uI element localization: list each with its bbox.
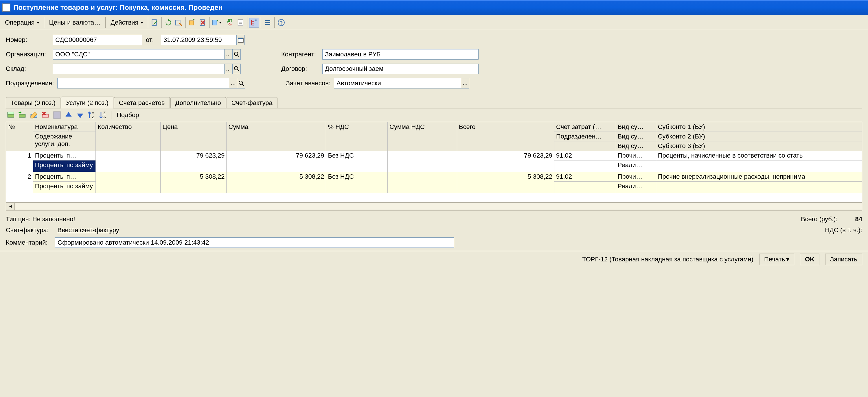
enter-invoice-link[interactable]: Ввести счет-фактуру xyxy=(57,226,119,234)
sort-asc-icon[interactable]: AZ xyxy=(87,110,97,120)
list-icon[interactable] xyxy=(263,18,273,28)
move-down-icon[interactable] xyxy=(75,110,85,120)
dept-input[interactable] xyxy=(57,78,229,89)
cell-vid2[interactable]: Реали… xyxy=(616,181,656,191)
col-nomenclature[interactable]: Номенклатура xyxy=(33,122,95,132)
add-row-icon[interactable] xyxy=(6,110,16,120)
number-input[interactable] xyxy=(53,35,142,45)
post-icon[interactable] xyxy=(150,18,160,28)
magnify-icon[interactable] xyxy=(237,78,245,89)
delete-row-icon[interactable] xyxy=(40,110,50,120)
cell-vid3[interactable] xyxy=(616,170,656,172)
cell-empty[interactable] xyxy=(554,191,616,193)
cell-sub1[interactable]: Проценты, начисленные в соответствии со … xyxy=(656,151,862,161)
col-vid2[interactable]: Вид су… xyxy=(616,132,656,141)
move-up-icon[interactable] xyxy=(64,110,73,120)
cell-no[interactable]: 2 xyxy=(6,172,33,193)
prices-currency-button[interactable]: Цены и валюта… xyxy=(46,17,104,28)
cell-sub1[interactable]: Прочие внереализационные расходы, неприн… xyxy=(656,172,862,181)
cell-sub2[interactable] xyxy=(656,181,862,191)
cancel-post-icon[interactable] xyxy=(198,18,208,28)
cell-sub3[interactable] xyxy=(656,191,862,193)
select-button[interactable]: … xyxy=(461,78,469,89)
col-no[interactable]: № xyxy=(6,122,33,151)
actions-menu[interactable]: Действия▾ xyxy=(107,17,146,28)
cell-sum[interactable]: 79 623,29 xyxy=(226,151,326,172)
tab-invoice[interactable]: Счет-фактура xyxy=(226,97,277,108)
cell-sum[interactable]: 5 308,22 xyxy=(226,172,326,193)
select-button[interactable]: … xyxy=(224,64,232,74)
contract-input[interactable] xyxy=(322,64,478,74)
col-vat-sum[interactable]: Сумма НДС xyxy=(388,122,457,151)
col-total[interactable]: Всего xyxy=(457,122,554,151)
counterparty-input[interactable] xyxy=(322,49,478,60)
calendar-icon[interactable] xyxy=(237,35,245,45)
operation-menu[interactable]: Операция▾ xyxy=(2,17,42,28)
cell-price[interactable]: 79 623,29 xyxy=(161,151,226,172)
scroll-track[interactable] xyxy=(15,202,862,210)
help-icon[interactable]: ? xyxy=(276,18,286,28)
cell-qty[interactable] xyxy=(96,151,161,172)
select-button[interactable]: … xyxy=(229,78,237,89)
cell-vat-sum[interactable] xyxy=(388,151,457,172)
cell-total[interactable]: 5 308,22 xyxy=(457,172,554,193)
add-copy-icon[interactable]: + xyxy=(18,110,27,120)
selection-button[interactable]: Подбор xyxy=(114,110,141,120)
cell-cost-account[interactable]: 91.02 xyxy=(554,172,616,181)
cell-service-desc-selected[interactable]: Проценты по займу xyxy=(33,161,95,172)
cell-sub2[interactable] xyxy=(656,161,862,170)
col-dept2[interactable]: Подразделен… xyxy=(554,132,616,141)
tab-services[interactable]: Услуги (2 поз.) xyxy=(61,97,114,108)
tab-goods[interactable]: Товары (0 поз.) xyxy=(6,97,60,108)
cell-empty[interactable] xyxy=(554,170,616,172)
cell-no[interactable]: 1 xyxy=(6,151,33,172)
cell-service-desc[interactable]: Проценты по займу xyxy=(33,181,95,193)
org-input[interactable] xyxy=(53,49,224,60)
tree-icon[interactable] xyxy=(249,18,259,28)
col-qty[interactable]: Количество xyxy=(96,122,161,151)
tab-additional[interactable]: Дополнительно xyxy=(170,97,226,108)
col-sub3[interactable]: Субконто 3 (БУ) xyxy=(656,141,862,151)
date-input[interactable] xyxy=(161,35,237,45)
cell-vid2[interactable]: Реали… xyxy=(616,161,656,170)
cell-vid3[interactable] xyxy=(616,191,656,193)
cell-vat-pct[interactable]: Без НДС xyxy=(326,151,388,172)
col-vat-pct[interactable]: % НДС xyxy=(326,122,388,151)
print-button[interactable]: Печать▾ xyxy=(759,254,794,265)
cell-dept2[interactable] xyxy=(554,181,616,191)
cell-dept2[interactable] xyxy=(554,161,616,170)
cell-price[interactable]: 5 308,22 xyxy=(161,172,226,193)
col-empty[interactable] xyxy=(554,141,616,151)
sort-desc-icon[interactable]: ZA xyxy=(98,110,108,120)
structure-icon[interactable]: ▾ xyxy=(212,18,221,28)
save-button[interactable]: Записать xyxy=(825,254,862,265)
dt-kt-icon[interactable]: ДтКт xyxy=(225,18,235,28)
col-price[interactable]: Цена xyxy=(161,122,226,151)
col-sub1[interactable]: Субконто 1 (БУ) xyxy=(656,122,862,132)
cell-cost-account[interactable]: 91.02 xyxy=(554,151,616,161)
cell-total[interactable]: 79 623,29 xyxy=(457,151,554,172)
col-service-desc[interactable]: Содержание услуги, доп. xyxy=(33,132,95,151)
cell-qty[interactable] xyxy=(96,172,161,193)
find-icon[interactable] xyxy=(174,18,184,28)
cell-vid1[interactable]: Прочи… xyxy=(616,172,656,181)
col-cost-account[interactable]: Счет затрат (… xyxy=(554,122,616,132)
cell-nomenclature[interactable]: Проценты п… xyxy=(33,151,95,161)
horizontal-scrollbar[interactable]: ◄ xyxy=(6,202,862,210)
cell-vid1[interactable]: Прочи… xyxy=(616,151,656,161)
cell-nomenclature[interactable]: Проценты п… xyxy=(33,172,95,181)
col-vid1[interactable]: Вид су… xyxy=(616,122,656,132)
ok-button[interactable]: OK xyxy=(800,254,819,265)
cell-sub3[interactable] xyxy=(656,170,862,172)
save-row-icon[interactable] xyxy=(52,110,62,120)
edit-row-icon[interactable] xyxy=(29,110,39,120)
based-on-icon[interactable] xyxy=(187,18,197,28)
report-icon[interactable] xyxy=(236,18,245,28)
advance-input[interactable] xyxy=(334,78,461,89)
magnify-icon[interactable] xyxy=(232,49,241,60)
magnify-icon[interactable] xyxy=(232,64,241,74)
warehouse-input[interactable] xyxy=(53,64,224,74)
cell-vat-pct[interactable]: Без НДС xyxy=(326,172,388,193)
col-sub2[interactable]: Субконто 2 (БУ) xyxy=(656,132,862,141)
cell-vat-sum[interactable] xyxy=(388,172,457,193)
